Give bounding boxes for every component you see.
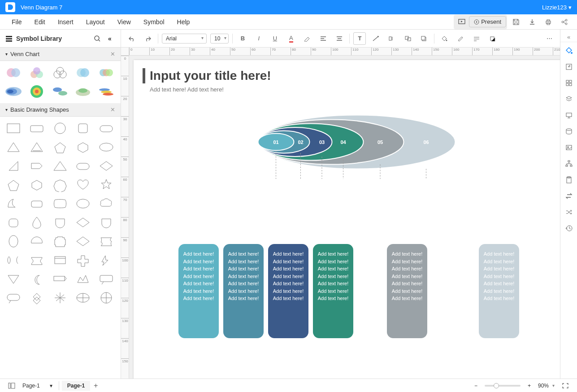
shadow-icon[interactable]: [486, 32, 499, 45]
export-icon[interactable]: [562, 59, 576, 74]
grid-icon[interactable]: [562, 75, 576, 91]
basic-shape-26[interactable]: [4, 214, 23, 231]
zoom-out-icon[interactable]: −: [471, 382, 481, 390]
font-family-select[interactable]: Arial: [162, 34, 207, 44]
basic-shape-15[interactable]: [96, 158, 116, 174]
card-02[interactable]: Add text here! Add text here! Add text h…: [223, 244, 264, 338]
page-tab[interactable]: Page-1: [62, 381, 90, 391]
nested-ellipse-chart[interactable]: 01 02 03 04 05 06: [156, 114, 555, 226]
data-icon[interactable]: [562, 124, 576, 139]
orgchart-icon[interactable]: [562, 156, 576, 171]
basic-shape-12[interactable]: [27, 158, 47, 174]
basic-shape-48[interactable]: [50, 290, 70, 306]
venn-shape-10[interactable]: [96, 83, 116, 100]
save-icon[interactable]: [509, 16, 523, 28]
menu-symbol[interactable]: Symbol: [137, 18, 171, 26]
basic-shape-50[interactable]: [96, 290, 116, 306]
basic-shape-2[interactable]: [27, 120, 47, 136]
venn-shape-5[interactable]: [96, 65, 116, 81]
basic-shape-38[interactable]: [50, 252, 70, 268]
basic-shape-10[interactable]: [96, 139, 116, 155]
basic-shape-49[interactable]: [73, 290, 93, 306]
page-canvas[interactable]: Input your title here! Add text here! Ad…: [134, 60, 560, 379]
font-size-select[interactable]: 10: [210, 34, 229, 44]
basic-shape-13[interactable]: [50, 158, 70, 174]
more-icon[interactable]: ⋯: [543, 32, 555, 45]
highlight-icon[interactable]: [301, 32, 313, 45]
basic-shape-43[interactable]: [50, 271, 70, 287]
basic-shape-46[interactable]: [4, 290, 23, 306]
group-icon[interactable]: [402, 32, 414, 45]
zoom-in-icon[interactable]: +: [524, 382, 534, 390]
theme-icon[interactable]: [562, 43, 576, 58]
menu-insert[interactable]: Insert: [52, 18, 80, 26]
basic-shape-41[interactable]: [4, 271, 23, 287]
basic-shape-23[interactable]: [50, 196, 70, 212]
venn-shape-6[interactable]: [4, 83, 23, 100]
card-04[interactable]: Add text here! Add text here! Add text h…: [313, 244, 353, 338]
canvas-scroll[interactable]: Input your title here! Add text here! Ad…: [129, 56, 560, 379]
venn-shape-7[interactable]: [27, 83, 47, 100]
venn-shape-1[interactable]: [4, 65, 23, 81]
basic-shape-14[interactable]: [73, 158, 93, 174]
basic-shape-44[interactable]: [73, 271, 93, 287]
basic-shape-5[interactable]: [96, 120, 116, 136]
basic-shape-8[interactable]: [50, 139, 70, 155]
basic-shape-30[interactable]: [96, 214, 116, 231]
font-color-icon[interactable]: A: [285, 32, 297, 45]
close-section-icon[interactable]: ✕: [110, 51, 115, 57]
basic-shape-34[interactable]: [73, 233, 93, 249]
menu-layout[interactable]: Layout: [80, 18, 111, 26]
basic-shape-39[interactable]: [73, 252, 93, 268]
card-06[interactable]: Add text here! Add text here! Add text h…: [479, 244, 519, 338]
basic-shape-37[interactable]: [27, 252, 47, 268]
card-01[interactable]: Add text here! Add text here! Add text h…: [178, 244, 219, 338]
basic-shape-40[interactable]: [96, 252, 116, 268]
basic-shape-3[interactable]: [50, 120, 70, 136]
card-03[interactable]: Add text here! Add text here! Add text h…: [268, 244, 308, 338]
basic-shape-42[interactable]: [27, 271, 47, 287]
page-select-dropdown[interactable]: Page-1 ▾: [19, 382, 56, 390]
basic-shape-29[interactable]: [73, 214, 93, 231]
basic-shape-22[interactable]: [27, 196, 47, 212]
print-icon[interactable]: [541, 16, 555, 28]
basic-shape-25[interactable]: [96, 196, 116, 212]
redo-icon[interactable]: [142, 32, 154, 45]
basic-shape-7[interactable]: [27, 139, 47, 155]
venn-shape-9[interactable]: [73, 83, 93, 100]
clipboard-icon[interactable]: [562, 172, 576, 187]
section-venn-chart[interactable]: ▾ Venn Chart ✕: [0, 48, 121, 61]
basic-shape-16[interactable]: [4, 177, 23, 193]
share-icon[interactable]: [557, 16, 572, 28]
present-button[interactable]: Present: [469, 16, 506, 27]
basic-shape-28[interactable]: [50, 214, 70, 231]
underline-icon[interactable]: U: [269, 32, 281, 45]
venn-shape-4[interactable]: [73, 65, 93, 81]
collapse-sidebar-icon[interactable]: «: [104, 35, 115, 42]
menu-view[interactable]: View: [111, 18, 137, 26]
outline-icon[interactable]: [4, 382, 19, 390]
presentation-icon[interactable]: [562, 108, 576, 123]
italic-icon[interactable]: I: [252, 32, 265, 45]
fullscreen-icon[interactable]: [558, 382, 573, 390]
expand-panel-icon[interactable]: «: [560, 32, 577, 42]
send-back-icon[interactable]: [418, 32, 430, 45]
card-05[interactable]: Add text here! Add text here! Add text h…: [387, 244, 427, 338]
basic-shape-31[interactable]: [4, 233, 23, 249]
connector-icon[interactable]: [369, 32, 382, 45]
basic-shape-33[interactable]: [50, 233, 70, 249]
search-icon[interactable]: [94, 35, 104, 42]
text-box-icon[interactable]: T: [353, 32, 366, 45]
venn-shape-3[interactable]: [50, 65, 70, 81]
basic-shape-17[interactable]: [27, 177, 47, 193]
menu-help[interactable]: Help: [171, 18, 196, 26]
basic-shape-20[interactable]: [96, 177, 116, 193]
download-icon[interactable]: [525, 16, 539, 28]
basic-shape-18[interactable]: [50, 177, 70, 193]
slideshow-icon[interactable]: [455, 16, 469, 28]
line-color-icon[interactable]: [454, 32, 467, 45]
page-subtitle[interactable]: Add text here! Add text here!: [150, 86, 224, 93]
section-basic-shapes[interactable]: ▾ Basic Drawing Shapes ✕: [0, 103, 121, 117]
basic-shape-45[interactable]: [96, 271, 116, 287]
shuffle-icon[interactable]: [562, 205, 576, 220]
